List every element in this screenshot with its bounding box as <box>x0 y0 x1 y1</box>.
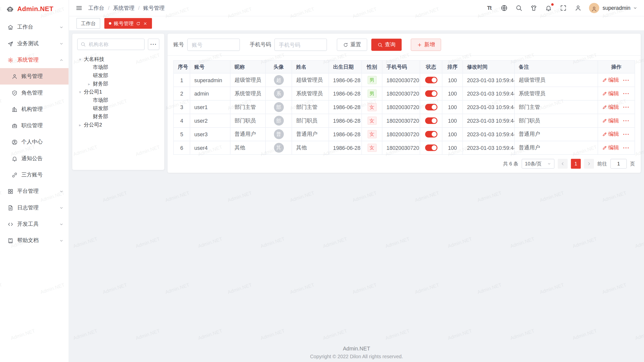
row-more-button[interactable]: ··· <box>623 77 630 83</box>
bell-button[interactable] <box>545 4 552 12</box>
gear-icon <box>7 57 13 63</box>
table-row: 4user2部门职员部部门职员1986-06-28女18020030720100… <box>174 114 635 127</box>
status-toggle[interactable] <box>425 104 437 111</box>
more-icon: ··· <box>150 42 157 47</box>
role-icon <box>12 90 18 96</box>
org-more-button[interactable]: ··· <box>148 38 159 50</box>
tab-item[interactable]: 工作台 <box>76 18 100 29</box>
hamburger-button[interactable] <box>75 5 83 12</box>
page-number-button[interactable]: 1 <box>571 159 581 169</box>
theme-button[interactable] <box>530 4 537 12</box>
close-icon[interactable] <box>143 21 147 26</box>
add-button[interactable]: 新增 <box>411 38 441 51</box>
edit-button[interactable]: 编辑 <box>602 76 619 84</box>
tree-node[interactable]: 财务部 <box>86 112 159 121</box>
prev-page-button[interactable] <box>558 159 568 169</box>
cell-nickname: 超级管理员 <box>230 73 265 87</box>
edit-button[interactable]: 编辑 <box>602 144 619 151</box>
next-page-button[interactable] <box>584 159 594 169</box>
sidebar-subitem[interactable]: 职位管理 <box>0 117 69 134</box>
sidebar-item[interactable]: 工作台 <box>0 19 69 35</box>
sidebar-item[interactable]: 帮助文档 <box>0 232 69 249</box>
sidebar-subitem[interactable]: 机构管理 <box>0 101 69 117</box>
tree-caret-collapsed[interactable]: ▸ <box>86 81 92 86</box>
status-toggle[interactable] <box>425 90 437 97</box>
font-size-button[interactable]: Tt <box>486 4 493 12</box>
status-toggle[interactable] <box>425 117 437 124</box>
sidebar-submenu: 账号管理角色管理机构管理职位管理个人中心通知公告三方账号 <box>0 68 69 183</box>
search-button[interactable] <box>515 4 522 12</box>
tree-node[interactable]: 市场部 <box>86 96 159 104</box>
globe-icon <box>501 5 508 12</box>
row-actions: 编辑··· <box>602 103 631 111</box>
sidebar-subitem[interactable]: 三方账号 <box>0 167 69 183</box>
chevron-down-icon <box>59 205 64 210</box>
tree-node[interactable]: ▾大名科技 <box>77 55 159 63</box>
org-search-input[interactable] <box>77 38 145 50</box>
fullscreen-button[interactable] <box>559 4 567 12</box>
tree-caret-expanded[interactable]: ▾ <box>77 90 83 94</box>
breadcrumb-item[interactable]: 工作台 <box>88 4 104 12</box>
page-size-select[interactable]: 10条/页 <box>522 159 555 169</box>
font-size-icon: Tt <box>487 5 491 11</box>
sidebar-item[interactable]: 日志管理 <box>0 199 69 216</box>
row-more-button[interactable]: ··· <box>623 104 630 110</box>
profile-button[interactable] <box>574 4 582 12</box>
edit-button[interactable]: 编辑 <box>602 103 619 111</box>
edit-button[interactable]: 编辑 <box>602 130 619 138</box>
goto-page-input[interactable] <box>610 159 627 169</box>
sidebar-subitem-label: 机构管理 <box>21 106 64 113</box>
sidebar-item[interactable]: 平台管理 <box>0 183 69 199</box>
tree-node[interactable]: 市场部 <box>86 63 159 71</box>
tab-active[interactable]: 账号管理 <box>104 18 152 29</box>
edit-button[interactable]: 编辑 <box>602 117 619 124</box>
row-more-button[interactable]: ··· <box>623 118 630 124</box>
sidebar-subitem[interactable]: 角色管理 <box>0 84 69 101</box>
tree-caret-expanded[interactable]: ▾ <box>77 57 83 61</box>
row-more-button[interactable]: ··· <box>623 145 630 151</box>
sidebar-item[interactable]: 业务测试 <box>0 35 69 52</box>
row-more-button[interactable]: ··· <box>623 90 630 97</box>
cell-index: 6 <box>174 141 190 155</box>
row-more-button[interactable]: ··· <box>623 131 630 137</box>
log-icon <box>7 205 13 211</box>
logo[interactable]: Admin.NET <box>0 0 69 18</box>
search-button[interactable]: 查询 <box>371 38 402 51</box>
table-row: 3user1部门主管部部门主管1986-06-28女18020030720100… <box>174 100 635 114</box>
tree-node[interactable]: 研发部 <box>86 104 159 113</box>
status-toggle[interactable] <box>425 145 437 151</box>
cell-account: user3 <box>190 127 230 141</box>
avatar: 其 <box>274 143 284 153</box>
refresh-icon[interactable] <box>136 21 140 26</box>
account-input[interactable] <box>187 38 240 51</box>
tree-caret-collapsed[interactable]: ▸ <box>77 122 83 127</box>
reset-button[interactable]: 重置 <box>337 38 367 51</box>
status-toggle[interactable] <box>425 131 437 138</box>
edit-button[interactable]: 编辑 <box>602 90 619 97</box>
tree-node[interactable]: 研发部 <box>86 71 159 80</box>
tree-node[interactable]: ▸财务部 <box>86 80 159 88</box>
breadcrumb-item[interactable]: 账号管理 <box>143 4 165 12</box>
phone-input[interactable] <box>274 38 327 51</box>
cell-phone: 18020030720 <box>382 114 420 127</box>
sidebar-subitem[interactable]: 通知公告 <box>0 150 69 167</box>
edit-label: 编辑 <box>608 144 619 151</box>
tree-node[interactable]: ▸分公司2 <box>77 121 159 129</box>
gender-tag: 女 <box>367 103 376 111</box>
sidebar-item[interactable]: 系统管理 <box>0 52 69 68</box>
cell-gender: 女 <box>362 114 382 127</box>
sidebar-item[interactable]: 开发工具 <box>0 216 69 232</box>
user-avatar[interactable] <box>589 3 599 13</box>
cell-nickname: 其他 <box>230 141 265 155</box>
username[interactable]: superadmin <box>602 5 630 11</box>
cell-actions: 编辑··· <box>598 87 635 100</box>
status-toggle[interactable] <box>425 77 437 83</box>
sidebar-subitem[interactable]: 个人中心 <box>0 134 69 150</box>
chevron-up-icon <box>59 58 64 62</box>
globe-button[interactable] <box>500 4 508 12</box>
breadcrumb-item[interactable]: 系统管理 <box>113 4 135 12</box>
sidebar-subitem[interactable]: 账号管理 <box>0 68 69 84</box>
user-menu-chevron[interactable] <box>633 6 637 10</box>
tree-node[interactable]: ▾分公司1 <box>77 88 159 96</box>
row-actions: 编辑··· <box>602 117 631 124</box>
